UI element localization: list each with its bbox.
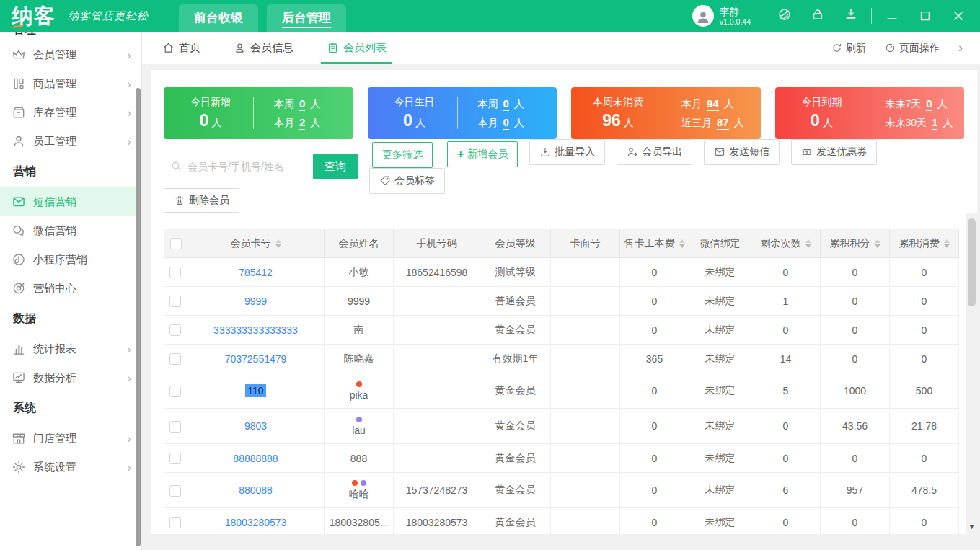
search-input[interactable] xyxy=(164,154,313,179)
tab-home[interactable]: 首页 xyxy=(162,32,200,64)
row-checkbox[interactable] xyxy=(169,386,181,397)
row-checkbox[interactable] xyxy=(169,453,181,464)
cell-name: 小敏 xyxy=(325,258,394,287)
sort-icon xyxy=(275,239,281,248)
table-scrollbar-thumb[interactable] xyxy=(968,218,976,306)
sidebar-item-staff[interactable]: 员工管理› xyxy=(0,127,141,156)
row-checkbox[interactable] xyxy=(169,324,181,336)
stat-cards: 今日新增0人本周0人本月2人今日生日0人本周0人本月0人本周未消费96人本月94… xyxy=(164,87,964,139)
topnav-tab[interactable]: 后台管理 xyxy=(267,4,346,32)
sidebar-scrollbar-thumb[interactable] xyxy=(136,88,141,546)
member-name: 888 xyxy=(325,453,393,464)
sidebar-item-wechat[interactable]: 微信营销 xyxy=(0,216,141,245)
member-card-link[interactable]: 88888888 xyxy=(233,453,278,464)
chevron-right-icon: › xyxy=(127,136,131,148)
query-button[interactable]: 查询 xyxy=(313,154,358,179)
member-card-link[interactable]: 880088 xyxy=(239,484,273,496)
column-header[interactable]: 售卡工本费 xyxy=(620,229,689,258)
stat-card-left: 今日新增0人 xyxy=(168,96,253,130)
column-header[interactable] xyxy=(164,229,187,258)
action-gauge[interactable]: 页面操作 xyxy=(885,42,940,55)
select-all-checkbox[interactable] xyxy=(170,238,182,249)
toolbar-button-tag[interactable]: 会员标签 xyxy=(369,168,445,194)
column-header[interactable]: 手机号码 xyxy=(394,229,480,258)
gear-icon xyxy=(12,460,26,474)
content-area: 今日新增0人本周0人本月2人今日生日0人本周0人本月0人本周未消费96人本月94… xyxy=(142,64,980,550)
sidebar-section-header: 营销 xyxy=(0,156,141,187)
sidebar-item-gear[interactable]: 系统设置› xyxy=(0,453,141,482)
toolbar-button-sms[interactable]: 发送短信 xyxy=(704,139,780,165)
sidebar-item-store[interactable]: 门店管理› xyxy=(0,424,141,453)
column-header[interactable]: 累积消费 xyxy=(890,229,959,258)
cell-wechat: 未绑定 xyxy=(689,373,751,409)
stat-line-value: 1 xyxy=(932,116,937,130)
cell-phone xyxy=(394,316,480,345)
cell-points: 0 xyxy=(821,316,890,345)
column-header[interactable]: 累积积分 xyxy=(821,229,890,258)
sort-up-icon xyxy=(805,239,811,243)
sidebar-item-goods[interactable]: 商品管理› xyxy=(0,69,141,98)
delete-member-button[interactable]: 删除会员 xyxy=(164,188,239,213)
avatar[interactable] xyxy=(692,5,714,27)
service-icon[interactable] xyxy=(777,7,792,22)
sidebar-item-crown[interactable]: 会员管理› xyxy=(0,40,141,69)
table-scrollbar: ▼ xyxy=(966,213,977,534)
sidebar-item-chart[interactable]: 统计报表› xyxy=(0,334,141,363)
list-icon xyxy=(327,42,339,54)
row-checkbox[interactable] xyxy=(169,485,181,497)
download-icon[interactable] xyxy=(844,7,858,22)
sidebar-item-target[interactable]: 营销中心 xyxy=(0,274,141,303)
column-header[interactable]: 微信绑定 xyxy=(689,229,751,258)
scroll-down-arrow-icon[interactable]: ▼ xyxy=(966,523,977,531)
cell-points: 0 xyxy=(821,508,890,535)
sidebar-item-label: 小程序营销 xyxy=(33,253,87,267)
cell-name: 180032805... xyxy=(325,508,394,535)
column-header[interactable]: 剩余次数 xyxy=(751,229,821,258)
tab-member[interactable]: 会员信息 xyxy=(234,32,293,64)
column-header[interactable]: 会员姓名 xyxy=(325,229,394,258)
toolbar-button-coupon[interactable]: 发送优惠券 xyxy=(791,139,877,165)
toolbar-button-export[interactable]: 会员导出 xyxy=(617,139,692,165)
stat-line: 近三月87人 xyxy=(681,116,756,130)
row-checkbox[interactable] xyxy=(169,267,181,278)
lock-icon[interactable] xyxy=(811,7,825,22)
member-card-link[interactable]: 18003280573 xyxy=(225,517,287,528)
table-row: 18003280573180032805...18003280573黄金会员0未… xyxy=(164,508,959,535)
page-actions-chevron-icon[interactable]: › xyxy=(958,40,963,56)
app-shell: 管理会员管理›商品管理›库存管理›员工管理›营销短信营销微信营销小程序营销营销中… xyxy=(0,32,980,550)
action-refresh[interactable]: 刷新 xyxy=(831,42,866,55)
tab-list[interactable]: 会员列表 xyxy=(327,32,387,64)
row-checkbox[interactable] xyxy=(169,296,181,307)
topnav-tab[interactable]: 前台收银 xyxy=(179,4,258,32)
column-header[interactable]: 会员卡号 xyxy=(187,229,325,258)
minimize-icon[interactable] xyxy=(885,9,899,23)
sidebar-item-sms[interactable]: 短信营销 xyxy=(0,187,141,216)
toolbar-button-g0[interactable]: 更多筛选 xyxy=(372,142,433,168)
row-checkbox[interactable] xyxy=(169,421,181,433)
table-row: 9803lau黄金会员0未绑定043.5621.78 xyxy=(164,409,959,444)
sidebar-item-monitor[interactable]: 数据分析› xyxy=(0,363,141,392)
chevron-right-icon: › xyxy=(127,433,131,445)
stat-card-title: 今日生日 xyxy=(372,96,457,109)
cell-consumed: 0 xyxy=(890,508,959,535)
row-checkbox[interactable] xyxy=(169,353,181,365)
member-card-link[interactable]: 9999 xyxy=(244,296,267,307)
cell-level: 黄金会员 xyxy=(480,409,551,444)
stat-card-value: 0人 xyxy=(780,111,865,130)
member-card-link[interactable]: 110 xyxy=(245,384,265,397)
sidebar-item-box[interactable]: 库存管理› xyxy=(0,98,141,127)
maximize-icon[interactable] xyxy=(918,9,932,23)
member-card-link[interactable]: 9803 xyxy=(244,420,267,432)
row-checkbox[interactable] xyxy=(169,517,181,528)
toolbar-button-import[interactable]: 批量导入 xyxy=(529,139,605,165)
toolbar-button-g1[interactable]: +新增会员 xyxy=(447,141,518,167)
sidebar-item-miniapp[interactable]: 小程序营销 xyxy=(0,245,141,274)
column-header[interactable]: 会员等级 xyxy=(480,229,551,258)
member-card-link[interactable]: 333333333333333 xyxy=(213,324,298,336)
member-card-link[interactable]: 785412 xyxy=(239,267,273,278)
sidebar-item-label: 库存管理 xyxy=(33,106,76,120)
column-header[interactable]: 卡面号 xyxy=(551,229,620,258)
close-icon[interactable] xyxy=(951,9,966,23)
member-card-link[interactable]: 70372551479 xyxy=(225,353,287,365)
stat-line-value: 0 xyxy=(926,97,932,111)
